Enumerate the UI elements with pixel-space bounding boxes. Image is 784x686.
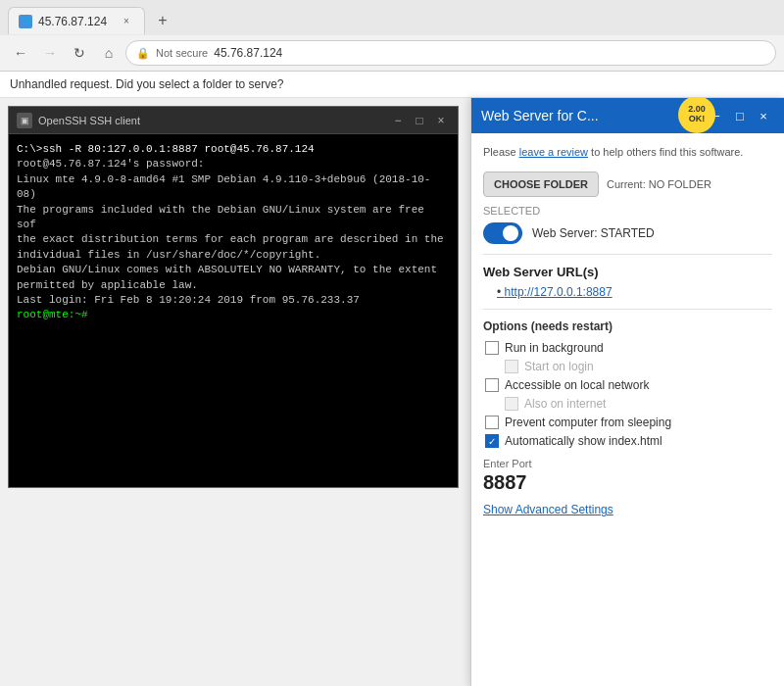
- option-item-start-on-login: Start on login: [483, 360, 772, 373]
- choose-folder-button[interactable]: CHOOSE FOLDER: [483, 172, 599, 197]
- option-label-prevent-sleep: Prevent computer from sleeping: [505, 416, 671, 429]
- ssh-icon: ▣: [17, 113, 32, 128]
- address-bar[interactable]: 🔒 Not secure 45.76.87.124: [125, 40, 776, 66]
- option-checkbox-run-background[interactable]: [485, 341, 499, 355]
- back-button[interactable]: ←: [8, 40, 33, 66]
- review-paragraph: Please leave a review to help others fin…: [483, 145, 772, 160]
- version-ok: OK!: [689, 115, 706, 124]
- browser-chrome: 🌐 45.76.87.124 × + ← → ↻ ⌂ 🔒 Not secure …: [0, 0, 784, 72]
- ssh-window-title: OpenSSH SSH client: [38, 115, 383, 126]
- ssh-close-button[interactable]: ×: [432, 112, 450, 129]
- option-item-run-background: Run in background: [483, 341, 772, 355]
- tab-close-button[interactable]: ×: [119, 14, 134, 29]
- review-link[interactable]: leave a review: [519, 146, 588, 158]
- divider-1: [483, 254, 772, 255]
- urls-title: Web Server URL(s): [483, 265, 772, 279]
- reload-button[interactable]: ↻: [67, 40, 92, 66]
- port-label: Enter Port: [483, 458, 772, 469]
- option-checkbox-also-internet: [505, 397, 518, 411]
- option-label-local-network: Accessible on local network: [505, 378, 649, 392]
- option-label-run-background: Run in background: [505, 341, 604, 355]
- option-checkbox-prevent-sleep[interactable]: [485, 416, 499, 429]
- ws-maximize-button[interactable]: □: [729, 105, 751, 126]
- options-title: Options (needs restart): [483, 319, 772, 333]
- new-tab-button[interactable]: +: [149, 7, 176, 34]
- version-badge: 2.00 OK!: [678, 98, 715, 133]
- not-secure-label: Not secure: [156, 47, 208, 59]
- folder-section: CHOOSE FOLDER Current: NO FOLDER: [483, 172, 772, 197]
- url-text: 45.76.87.124: [214, 46, 282, 60]
- port-section: Enter Port 8887 Show Advanced Settings: [483, 458, 772, 516]
- current-folder-label: Current: NO FOLDER: [607, 178, 711, 190]
- main-area: ▣ OpenSSH SSH client − □ × C:\>ssh -R 80…: [0, 98, 784, 686]
- active-tab[interactable]: 🌐 45.76.87.124 ×: [8, 7, 145, 34]
- option-item-show-index: Automatically show index.html: [483, 434, 772, 448]
- option-label-start-on-login: Start on login: [524, 360, 594, 373]
- lock-icon: 🔒: [136, 47, 150, 60]
- tab-title: 45.76.87.124: [38, 15, 119, 28]
- webserver-body: Please leave a review to help others fin…: [471, 133, 784, 528]
- option-checkbox-show-index[interactable]: [485, 434, 499, 448]
- option-item-prevent-sleep: Prevent computer from sleeping: [483, 416, 772, 429]
- server-url-link[interactable]: http://127.0.0.1:8887: [497, 285, 772, 299]
- option-checkbox-local-network[interactable]: [485, 378, 499, 392]
- port-value: 8887: [483, 471, 772, 494]
- home-button[interactable]: ⌂: [96, 40, 122, 66]
- nav-bar: ← → ↻ ⌂ 🔒 Not secure 45.76.87.124: [0, 35, 784, 71]
- ssh-window: ▣ OpenSSH SSH client − □ × C:\>ssh -R 80…: [8, 106, 459, 488]
- webserver-titlebar: Web Server for C... 2.00 OK! − □ ×: [471, 98, 784, 133]
- urls-section: Web Server URL(s) http://127.0.0.1:8887: [483, 265, 772, 299]
- toggle-slider: [483, 222, 522, 244]
- divider-2: [483, 309, 772, 310]
- page-message: Unhandled request. Did you select a fold…: [0, 72, 784, 98]
- ssh-terminal: C:\>ssh -R 80:127.0.0.1:8887 root@45.76.…: [9, 134, 458, 487]
- server-status-text: Web Server: STARTED: [532, 226, 655, 240]
- webserver-window: Web Server for C... 2.00 OK! − □ × Pleas…: [470, 98, 784, 686]
- option-item-local-network: Accessible on local network: [483, 378, 772, 392]
- ssh-controls: − □ ×: [389, 112, 450, 129]
- advanced-settings-link[interactable]: Show Advanced Settings: [483, 503, 613, 516]
- review-text-after: to help others find this software.: [588, 146, 743, 158]
- selected-label: SELECTED: [483, 205, 772, 217]
- option-label-show-index: Automatically show index.html: [505, 434, 662, 448]
- tab-bar: 🌐 45.76.87.124 × +: [0, 0, 784, 35]
- ws-controls: − □ ×: [706, 105, 774, 126]
- option-item-also-internet: Also on internet: [483, 397, 772, 411]
- toggle-container: Web Server: STARTED: [483, 222, 772, 244]
- ssh-maximize-button[interactable]: □: [411, 112, 428, 129]
- option-label-also-internet: Also on internet: [524, 397, 606, 411]
- review-text-before: Please: [483, 146, 519, 158]
- webserver-title: Web Server for C...: [481, 108, 599, 123]
- tab-favicon: 🌐: [19, 15, 32, 28]
- ssh-titlebar: ▣ OpenSSH SSH client − □ ×: [9, 107, 458, 134]
- ssh-minimize-button[interactable]: −: [389, 112, 407, 129]
- option-checkbox-start-on-login: [505, 360, 518, 373]
- toggle-switch[interactable]: [483, 222, 522, 244]
- forward-button[interactable]: →: [37, 40, 63, 66]
- ws-close-button[interactable]: ×: [753, 105, 774, 126]
- options-section: Options (needs restart) Run in backgroun…: [483, 319, 772, 448]
